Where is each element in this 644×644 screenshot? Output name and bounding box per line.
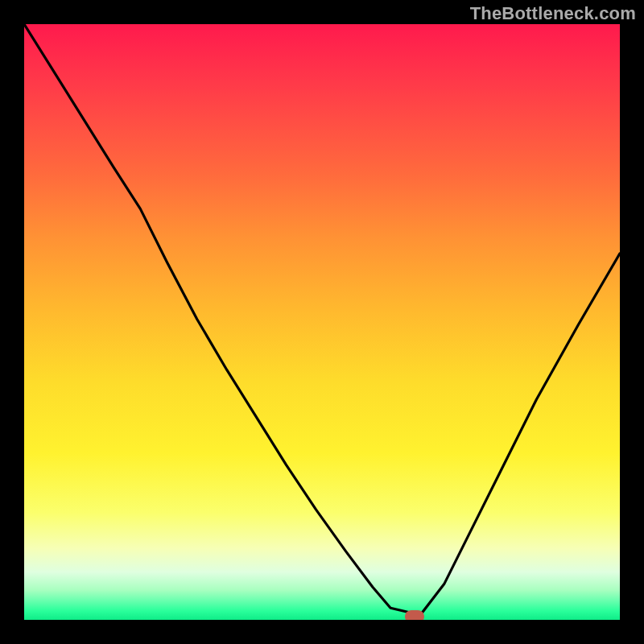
curve-layer <box>24 24 620 620</box>
watermark-text: TheBottleneck.com <box>470 3 636 24</box>
bottleneck-curve <box>24 24 620 615</box>
optimal-marker <box>405 610 424 620</box>
chart-frame: TheBottleneck.com <box>0 0 644 644</box>
plot-area <box>24 24 620 620</box>
